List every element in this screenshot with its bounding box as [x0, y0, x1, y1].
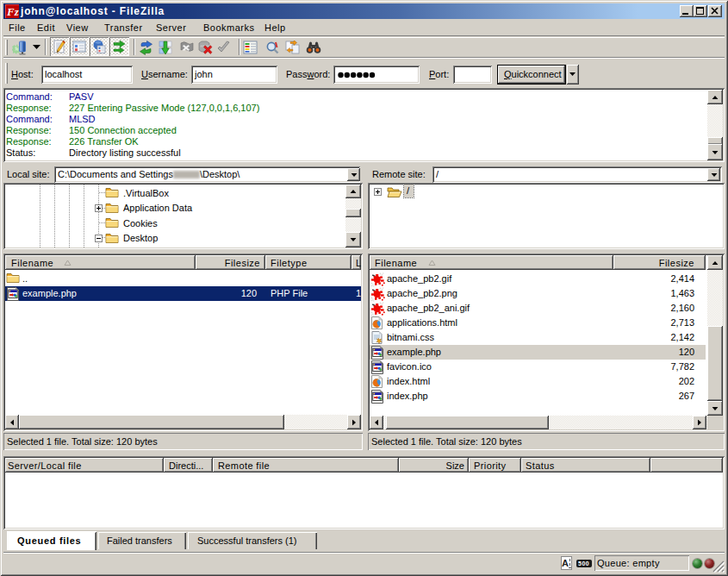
svg-text:Fz: Fz	[6, 5, 19, 18]
